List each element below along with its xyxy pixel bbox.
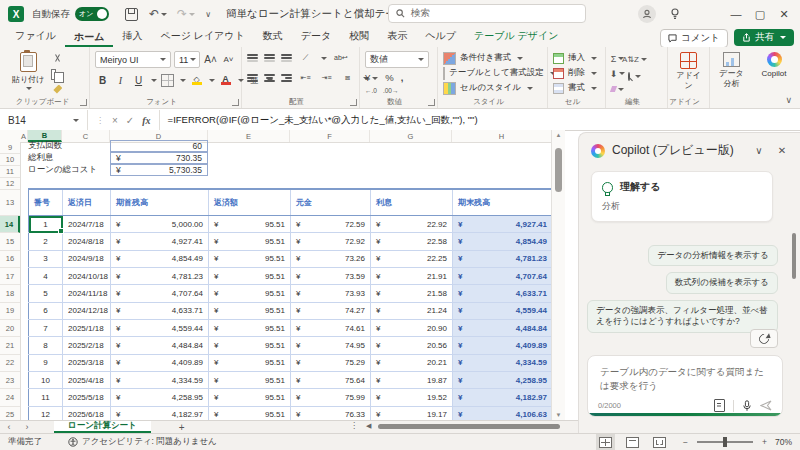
table-cell[interactable]: ¥75.99: [291, 389, 371, 406]
copy-button[interactable]: [51, 68, 64, 80]
row-header-25[interactable]: 25: [0, 407, 20, 420]
cancel-entry-icon[interactable]: ×: [112, 115, 118, 126]
column-header-A[interactable]: A: [20, 130, 28, 142]
summary-value-0[interactable]: 60: [110, 140, 208, 152]
italic-button[interactable]: I: [113, 73, 128, 87]
percent-format-button[interactable]: %: [385, 72, 393, 83]
summary-value-1[interactable]: ¥730.35: [110, 152, 208, 164]
zoom-slider[interactable]: [697, 441, 753, 443]
page-layout-view-button[interactable]: [626, 437, 639, 448]
table-cell[interactable]: ¥95.51: [209, 250, 291, 267]
decrease-decimal-button[interactable]: .00→: [383, 87, 399, 94]
table-cell[interactable]: ¥75.29: [291, 354, 371, 371]
table-cell[interactable]: ¥20.90: [371, 319, 453, 336]
table-cell[interactable]: ¥4,559.44: [111, 319, 209, 336]
table-cell[interactable]: 7: [29, 319, 63, 336]
merge-center-button[interactable]: ⧈: [340, 71, 355, 85]
column-header-H[interactable]: H: [452, 130, 552, 142]
table-cell[interactable]: ¥4,258.95: [111, 389, 209, 406]
save-icon[interactable]: [125, 8, 138, 21]
font-size-select[interactable]: 11: [174, 51, 200, 68]
table-cell[interactable]: 2025/2/18: [63, 337, 111, 354]
table-cell[interactable]: ¥74.27: [291, 302, 371, 319]
close-button[interactable]: ✕: [772, 8, 796, 21]
loan-table[interactable]: 番号返済日期首残高返済額元金利息期末残高12024/7/18¥5,000.00¥…: [28, 188, 553, 420]
zoom-out-button[interactable]: −: [683, 437, 688, 447]
ribbon-tab-8[interactable]: ヘルプ: [416, 27, 465, 47]
font-color-button[interactable]: A: [218, 73, 233, 87]
copilot-button[interactable]: Copilot: [759, 51, 790, 95]
decrease-indent-button[interactable]: ⇤≡: [298, 71, 313, 85]
row-header-20[interactable]: 20: [0, 320, 20, 337]
cell-styles-button[interactable]: セルのスタイル: [443, 81, 542, 95]
row-header-22[interactable]: 22: [0, 355, 20, 372]
table-cell[interactable]: 2025/1/18: [63, 319, 111, 336]
summary-label-0[interactable]: 支払回数: [28, 140, 62, 152]
format-cells-button[interactable]: 書式: [553, 81, 600, 95]
table-cell[interactable]: ¥72.92: [291, 233, 371, 250]
excel-logo-icon[interactable]: X: [8, 6, 24, 22]
column-header-C[interactable]: C: [62, 130, 110, 142]
table-cell[interactable]: ¥74.61: [291, 319, 371, 336]
copilot-suggestion-chip-2[interactable]: データの強調表示、フィルター処理、並べ替えを行うにはどうすればよいですか?: [587, 300, 778, 333]
table-cell[interactable]: ¥4,927.41: [453, 216, 553, 233]
copilot-suggestion-chip-0[interactable]: データの分析情報を表示する: [648, 245, 778, 266]
send-icon[interactable]: [760, 400, 772, 411]
table-cell[interactable]: 2025/6/18: [63, 406, 111, 420]
fill-button[interactable]: ⬇: [611, 68, 624, 79]
table-cell[interactable]: 2024/12/18: [63, 302, 111, 319]
prev-sheet-icon[interactable]: ‹: [0, 422, 18, 432]
table-col-header-5[interactable]: 利息: [371, 189, 453, 216]
table-cell[interactable]: ¥73.59: [291, 267, 371, 284]
scroll-down-icon[interactable]: ▼: [552, 412, 565, 418]
share-button[interactable]: 共有: [734, 29, 794, 46]
table-cell[interactable]: ¥72.59: [291, 216, 371, 233]
font-dialog-launcher-icon[interactable]: [232, 99, 239, 106]
comments-button[interactable]: コメント: [660, 29, 728, 48]
table-cell[interactable]: ¥4,559.44: [453, 302, 553, 319]
column-headers[interactable]: ABCDEFGHI: [0, 130, 565, 143]
comma-format-button[interactable]: ,: [401, 72, 404, 83]
table-cell[interactable]: ¥21.91: [371, 267, 453, 284]
table-cell[interactable]: ¥4,927.41: [111, 233, 209, 250]
table-cell[interactable]: ¥4,484.84: [111, 337, 209, 354]
table-cell[interactable]: ¥4,258.95: [453, 371, 553, 388]
table-cell[interactable]: ¥95.51: [209, 371, 291, 388]
table-cell[interactable]: 2025/4/18: [63, 371, 111, 388]
table-cell[interactable]: ¥19.17: [371, 406, 453, 420]
row-header-23[interactable]: 23: [0, 372, 20, 389]
table-cell[interactable]: ¥95.51: [209, 337, 291, 354]
minimize-button[interactable]: —: [724, 8, 748, 21]
summary-value-2[interactable]: ¥5,730.35: [110, 164, 208, 176]
ribbon-tab-3[interactable]: ページ レイアウト: [151, 27, 253, 47]
row-header-19[interactable]: 19: [0, 303, 20, 320]
cut-button[interactable]: [51, 53, 64, 65]
ribbon-tab-0[interactable]: ファイル: [6, 27, 65, 47]
table-cell[interactable]: 12: [29, 406, 63, 420]
table-cell[interactable]: ¥4,854.49: [453, 233, 553, 250]
table-col-header-3[interactable]: 返済額: [209, 189, 291, 216]
ribbon-tab-1[interactable]: ホーム: [65, 28, 113, 48]
table-cell[interactable]: 6: [29, 302, 63, 319]
table-cell[interactable]: ¥4,182.97: [453, 389, 553, 406]
table-cell[interactable]: ¥73.93: [291, 285, 371, 302]
row-header-15[interactable]: 15: [0, 233, 20, 250]
table-cell[interactable]: ¥73.26: [291, 250, 371, 267]
table-cell[interactable]: ¥22.25: [371, 250, 453, 267]
zoom-slider-thumb[interactable]: [723, 437, 727, 447]
table-col-header-1[interactable]: 返済日: [63, 189, 111, 216]
table-cell[interactable]: ¥95.51: [209, 267, 291, 284]
table-cell[interactable]: 2024/8/18: [63, 233, 111, 250]
wrap-text-button[interactable]: ab↩: [333, 51, 349, 65]
column-header-G[interactable]: G: [370, 130, 452, 142]
insert-function-icon[interactable]: fx: [142, 115, 150, 126]
zoom-in-button[interactable]: +: [762, 437, 767, 447]
table-cell[interactable]: ¥75.64: [291, 371, 371, 388]
table-cell[interactable]: ¥5,000.00: [111, 216, 209, 233]
vertical-scroll-thumb[interactable]: [555, 148, 562, 192]
panel-collapse-icon[interactable]: ∨: [751, 145, 767, 156]
table-cell[interactable]: ¥4,781.23: [111, 267, 209, 284]
copilot-suggestion-chip-1[interactable]: 数式列の候補を表示する: [666, 272, 778, 293]
table-cell[interactable]: 9: [29, 354, 63, 371]
align-middle-button[interactable]: [264, 54, 275, 61]
